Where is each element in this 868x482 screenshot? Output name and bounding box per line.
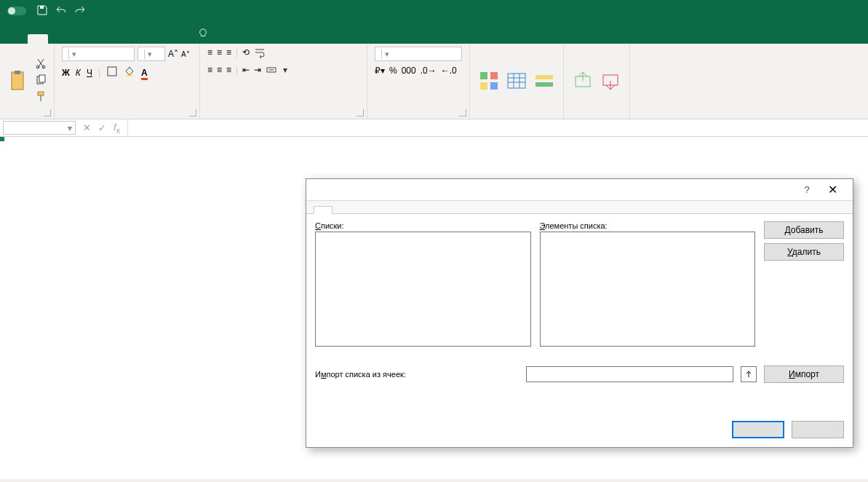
import-label: Импорт списка из ячеек:: [315, 370, 519, 379]
cell-styles-button[interactable]: [533, 69, 556, 94]
lists-label: Списки:: [315, 221, 531, 230]
tab-file[interactable]: [7, 34, 28, 44]
bold-icon[interactable]: Ж: [62, 68, 70, 78]
title-bar: [0, 0, 868, 22]
font-name-combo[interactable]: ▾: [62, 47, 135, 61]
tab-layout[interactable]: [68, 34, 89, 44]
dialog-launcher-icon[interactable]: [44, 109, 51, 116]
underline-icon[interactable]: Ч: [87, 68, 92, 78]
lightbulb-icon: [198, 28, 208, 39]
enter-icon[interactable]: ✓: [98, 122, 106, 133]
ribbon-tabs: [0, 22, 868, 44]
group-alignment: ≡ ≡ ≡ | ⟲ ≡ ≡ ≡ | ⇤ ⇥ ▾: [200, 44, 367, 119]
italic-icon[interactable]: К: [76, 68, 81, 78]
indent-dec-icon[interactable]: ⇤: [242, 65, 250, 75]
ok-button[interactable]: [732, 421, 784, 438]
alignment-group-label: [207, 116, 359, 117]
cancel-button[interactable]: [792, 421, 844, 438]
tab-review[interactable]: [130, 34, 150, 44]
align-top-icon[interactable]: ≡: [207, 47, 212, 58]
format-table-button[interactable]: [505, 69, 528, 94]
name-box[interactable]: ▾: [3, 121, 76, 135]
align-bot-icon[interactable]: ≡: [226, 47, 231, 58]
cond-format-button[interactable]: [477, 69, 501, 94]
dialog-launcher-icon[interactable]: [357, 109, 364, 116]
tell-me-search[interactable]: [191, 23, 220, 44]
fill-color-icon[interactable]: [124, 66, 135, 79]
cells-group-label: [571, 116, 622, 117]
wrap-text-button[interactable]: [254, 47, 268, 58]
range-picker-icon[interactable]: [741, 366, 757, 382]
save-icon[interactable]: [36, 4, 48, 18]
ribbon: ▾ ▾ A˄ A˅ Ж К Ч | A ≡ ≡ ≡ |: [0, 44, 868, 119]
tab-formulas[interactable]: [89, 34, 109, 44]
svg-rect-10: [480, 72, 487, 79]
paste-button[interactable]: [7, 69, 31, 94]
svg-rect-1: [12, 72, 23, 90]
merge-icon: [266, 64, 277, 76]
dialog-tab-lists[interactable]: [314, 206, 333, 214]
svg-rect-7: [38, 92, 44, 95]
shrink-font-icon[interactable]: A˅: [181, 50, 190, 58]
comma-icon[interactable]: 000: [402, 66, 416, 76]
copy-icon[interactable]: [35, 74, 47, 88]
tab-help[interactable]: [170, 34, 191, 44]
align-center-icon[interactable]: ≡: [217, 65, 222, 75]
dec-decimal-icon[interactable]: ←.0: [441, 66, 457, 76]
align-left-icon[interactable]: ≡: [207, 65, 212, 75]
inc-decimal-icon[interactable]: .0→: [421, 66, 437, 76]
svg-rect-8: [108, 67, 116, 76]
cond-format-icon: [477, 69, 501, 92]
merge-center-button[interactable]: ▾: [266, 64, 287, 76]
insert-cells-button[interactable]: [571, 69, 594, 94]
custom-lists-dialog: ? ✕ Списки: Элементы списка: Добавить Уд…: [306, 178, 853, 448]
tab-view[interactable]: [150, 34, 170, 44]
align-right-icon[interactable]: ≡: [226, 65, 231, 75]
svg-rect-13: [490, 82, 498, 90]
orientation-icon[interactable]: ⟲: [242, 47, 250, 58]
border-icon[interactable]: [106, 66, 118, 79]
chevron-down-icon[interactable]: ▾: [68, 123, 72, 133]
formula-input[interactable]: [128, 119, 868, 136]
font-color-icon[interactable]: A: [141, 68, 148, 78]
group-cells: [564, 44, 630, 119]
elements-listbox[interactable]: [540, 232, 756, 347]
cancel-icon[interactable]: ✕: [83, 122, 91, 133]
cut-icon[interactable]: [35, 58, 47, 71]
toggle-switch[interactable]: [7, 7, 26, 15]
tab-insert[interactable]: [48, 34, 68, 44]
dialog-titlebar[interactable]: ? ✕: [306, 179, 853, 201]
svg-rect-0: [40, 6, 44, 9]
import-range-input[interactable]: [526, 366, 733, 382]
dialog-launcher-icon[interactable]: [189, 109, 196, 116]
table-icon: [505, 69, 528, 92]
help-icon[interactable]: ?: [796, 184, 818, 195]
delete-cells-button[interactable]: [599, 69, 622, 94]
clipboard-label: [7, 116, 47, 117]
undo-icon[interactable]: [55, 4, 67, 18]
number-group-label: [375, 116, 462, 117]
accounting-icon[interactable]: ₽▾: [375, 66, 385, 76]
number-format-combo[interactable]: ▾: [375, 47, 462, 61]
grow-font-icon[interactable]: A˄: [168, 49, 178, 59]
insert-icon: [571, 69, 594, 92]
add-button[interactable]: Добавить: [764, 221, 844, 239]
group-styles: [470, 44, 564, 119]
percent-icon[interactable]: %: [389, 66, 397, 76]
import-button[interactable]: Импорт: [764, 366, 844, 383]
tab-home[interactable]: [28, 34, 48, 44]
close-icon[interactable]: ✕: [818, 183, 847, 197]
delete-button[interactable]: Удалить: [764, 243, 844, 261]
redo-icon[interactable]: [74, 4, 86, 18]
align-mid-icon[interactable]: ≡: [217, 47, 222, 58]
dialog-launcher-icon[interactable]: [459, 109, 466, 116]
tab-data[interactable]: [109, 34, 130, 44]
indent-inc-icon[interactable]: ⇥: [254, 65, 261, 75]
fx-icon[interactable]: fx: [114, 122, 120, 135]
svg-rect-6: [39, 75, 45, 82]
lists-listbox[interactable]: [315, 232, 531, 347]
format-painter-icon[interactable]: [35, 91, 47, 105]
svg-rect-15: [535, 75, 553, 79]
autosave-toggle[interactable]: [4, 7, 26, 15]
font-size-combo[interactable]: ▾: [138, 47, 165, 61]
